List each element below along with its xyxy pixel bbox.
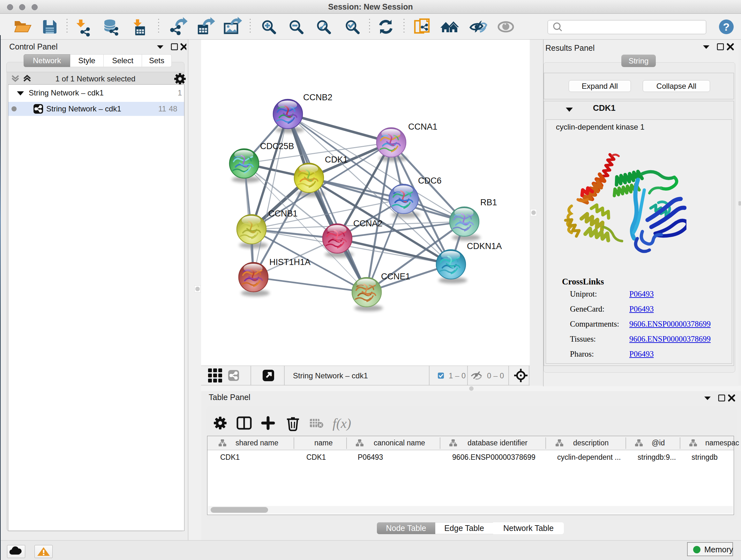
- svg-text:CDC6: CDC6: [418, 176, 442, 186]
- svg-text:CCNA1: CCNA1: [408, 122, 437, 132]
- svg-text:HIST1H1A: HIST1H1A: [269, 257, 311, 267]
- svg-text:CDK1: CDK1: [325, 155, 348, 165]
- svg-text:f(x): f(x): [333, 416, 351, 431]
- svg-text:1 – 0: 1 – 0: [449, 371, 466, 380]
- svg-text:CCNA2: CCNA2: [353, 219, 383, 228]
- svg-text:0 – 0: 0 – 0: [487, 371, 504, 380]
- svg-text:CCNB2: CCNB2: [303, 92, 333, 102]
- svg-text:RB1: RB1: [480, 198, 497, 207]
- svg-text:String Network – cdk1: String Network – cdk1: [293, 371, 368, 380]
- svg-text:?: ?: [723, 21, 730, 33]
- svg-text:CCNB1: CCNB1: [268, 209, 298, 219]
- svg-text:CDC25B: CDC25B: [260, 141, 294, 151]
- svg-text:CCNE1: CCNE1: [381, 272, 410, 281]
- svg-text:CDKN1A: CDKN1A: [467, 241, 502, 251]
